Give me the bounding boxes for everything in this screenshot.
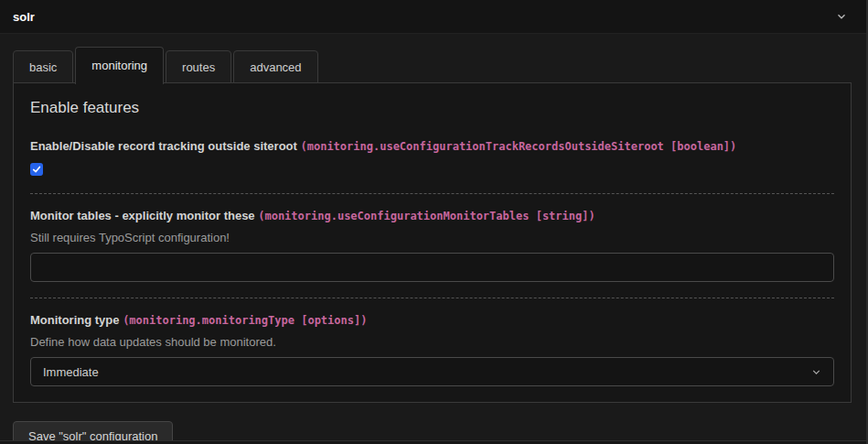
monitoring-tab-panel: Enable features Enable/Disable record tr…: [13, 82, 852, 403]
tab-routes-label: routes: [182, 60, 215, 74]
accordion-title: solr: [13, 10, 35, 24]
field-label: Monitoring type (monitoring.monitoringTy…: [30, 313, 834, 327]
field-config-key: (monitoring.monitoringType [options]): [123, 314, 367, 327]
tab-advanced-label: advanced: [250, 60, 301, 74]
tab-basic-label: basic: [29, 60, 57, 74]
field-record-tracking: Enable/Disable record tracking outside s…: [30, 139, 834, 178]
tab-routes[interactable]: routes: [166, 50, 231, 83]
chevron-down-icon[interactable]: [835, 10, 848, 23]
field-label: Enable/Disable record tracking outside s…: [30, 139, 834, 153]
tab-monitoring-label: monitoring: [91, 59, 147, 72]
panel-heading: Enable features: [30, 99, 834, 117]
field-divider: [30, 298, 834, 298]
next-section-divider: [0, 440, 868, 444]
accordion-header[interactable]: solr: [0, 0, 868, 34]
accordion-body: basic monitoring routes advanced Enable …: [0, 34, 868, 403]
monitor-tables-input[interactable]: [30, 253, 834, 282]
field-monitoring-type: Monitoring type (monitoring.monitoringTy…: [30, 313, 834, 386]
tab-monitoring[interactable]: monitoring: [75, 47, 164, 84]
field-monitor-tables: Monitor tables - explicitly monitor thes…: [30, 209, 834, 282]
record-tracking-checkbox[interactable]: [30, 163, 43, 176]
chevron-down-icon: [810, 366, 822, 378]
field-description: Still requires TypoScript configuration!: [30, 231, 834, 244]
field-config-key: (monitoring.useConfigurationMonitorTable…: [258, 210, 595, 222]
tab-bar: basic monitoring routes advanced: [13, 47, 852, 83]
field-label: Monitor tables - explicitly monitor thes…: [30, 209, 834, 222]
check-icon: [32, 165, 41, 174]
field-description: Define how data updates should be monito…: [30, 335, 834, 349]
tab-advanced[interactable]: advanced: [233, 50, 317, 83]
tab-basic[interactable]: basic: [13, 50, 73, 83]
monitoring-type-select[interactable]: Immediate: [30, 357, 834, 386]
field-divider: [30, 193, 834, 194]
field-config-key: (monitoring.useConfigurationTrackRecords…: [300, 140, 736, 153]
select-value: Immediate: [43, 365, 99, 379]
